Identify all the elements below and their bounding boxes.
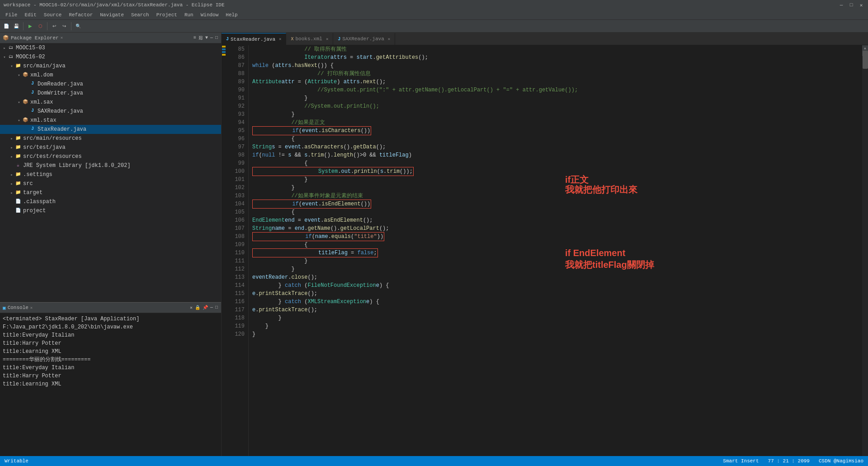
redo-button[interactable]: ↪ [60, 22, 69, 31]
menu-file[interactable]: File [2, 11, 21, 19]
panel-header-actions: ≡ ⛓ ▼ — □ [193, 35, 218, 41]
code-editor[interactable]: 8586878889909192939495969798991001011021… [222, 45, 868, 456]
status-right: Smart Insert 77 : 21 : 2099 CSDN @NagiHs… [723, 458, 863, 464]
code-line-91: } [252, 94, 862, 102]
code-area[interactable]: if正文我就把他打印出來if EndElement我就把titleFlag關閉掉… [249, 45, 862, 456]
line-number-115: 115 [229, 290, 245, 298]
console-pin-icon[interactable]: 📌 [202, 304, 208, 311]
tree-item-saxreader-java[interactable]: JSAXReader.java [0, 107, 221, 116]
code-line-120: } [252, 330, 862, 338]
tab-saxreader[interactable]: J SAXReader.java ✕ [333, 33, 395, 45]
tab-staxreader[interactable]: J StaxReader.java ✕ [222, 33, 286, 45]
search-tb-button[interactable]: 🔍 [74, 22, 83, 31]
tree-item-xml-stax[interactable]: ▾📦xml.stax [0, 116, 221, 125]
left-panel: 📦 Package Explorer ✕ ≡ ⛓ ▼ — □ ▸🗂MOOC15-… [0, 33, 222, 456]
title-bar: workspace - MOOC16-02/src/main/java/xml/… [0, 0, 868, 10]
console-line: title:Everyday Italian [3, 331, 218, 339]
scroll-up-btn[interactable]: ▲ [862, 45, 868, 51]
tree-item-src-main-resources[interactable]: ▸📁src/main/resources [0, 134, 221, 143]
view-menu-icon[interactable]: ▼ [205, 35, 208, 41]
right-scrollbar[interactable]: ▲ ▼ [862, 45, 868, 456]
console-panel: ▣ Console ✕ ✕ 🔒 📌 — □ <terminated> StaxR… [0, 302, 221, 456]
tree-item--settings[interactable]: ▸📁.settings [0, 170, 221, 179]
package-explorer-header: 📦 Package Explorer ✕ ≡ ⛓ ▼ — □ [0, 33, 221, 43]
code-line-92: //System.out.println(); [252, 102, 862, 110]
menu-window[interactable]: Window [197, 11, 222, 19]
code-line-107: String name = end.getName().getLocalPart… [252, 224, 862, 233]
menu-edit[interactable]: Edit [21, 11, 40, 19]
tab-books-xml[interactable]: X books.xml ✕ [286, 33, 333, 45]
tree-item--classpath[interactable]: 📄.classpath [0, 197, 221, 206]
line-number-86: 86 [229, 53, 245, 62]
line-number-113: 113 [229, 273, 245, 281]
tab-staxreader-close[interactable]: ✕ [279, 37, 281, 42]
minimize-button[interactable]: — [838, 2, 844, 8]
code-line-106: EndElement end = event.asEndElement(); [252, 216, 862, 224]
scroll-thumb[interactable] [863, 51, 868, 69]
line-number-109: 109 [229, 241, 245, 249]
tree-item-xml-dom[interactable]: ▾📦xml.dom [0, 71, 221, 80]
left-gutter [222, 45, 226, 456]
scroll-lock-icon[interactable]: 🔒 [194, 304, 201, 311]
tree-item-src-test-java[interactable]: ▸📁src/test/java [0, 143, 221, 152]
tree-item-src[interactable]: ▸📁src [0, 179, 221, 188]
undo-button[interactable]: ↩ [50, 22, 59, 31]
tree-item-target[interactable]: ▸📁target [0, 188, 221, 197]
console-minimize-icon[interactable]: — [210, 304, 213, 311]
tree-item-project[interactable]: 📄project [0, 206, 221, 215]
code-line-117: e.printStackTrace(); [252, 306, 862, 314]
menu-run[interactable]: Run [181, 11, 197, 19]
line-number-103: 103 [229, 192, 245, 200]
tab-saxreader-close[interactable]: ✕ [388, 37, 390, 42]
line-number-101: 101 [229, 176, 245, 184]
tab-saxreader-label: SAXReader.java [342, 36, 384, 42]
menu-navigate[interactable]: Navigate [96, 11, 127, 19]
tab-booksxml-close[interactable]: ✕ [326, 37, 328, 42]
new-button[interactable]: 📄 [2, 22, 11, 31]
collapse-all-icon[interactable]: ≡ [193, 35, 197, 41]
clear-console-icon[interactable]: ✕ [189, 304, 193, 311]
menu-refactor[interactable]: Refactor [65, 11, 96, 19]
close-button[interactable]: ✕ [858, 2, 864, 8]
line-number-107: 107 [229, 224, 245, 233]
maximize-view-icon[interactable]: □ [215, 35, 218, 41]
code-line-102: } [252, 184, 862, 192]
tree-item-xml-sax[interactable]: ▾📦xml.sax [0, 98, 221, 107]
minimize-view-icon[interactable]: — [210, 35, 213, 41]
tree-item-mooc16-02[interactable]: ▾🗂MOOC16-02 [0, 52, 221, 62]
debug-button[interactable]: ⬡ [36, 22, 45, 31]
line-number-88: 88 [229, 70, 245, 78]
tree-item-domwriter-java[interactable]: JDomWriter.java [0, 89, 221, 98]
tree-item-mooc15-03[interactable]: ▸🗂MOOC15-03 [0, 43, 221, 52]
tree-item-domreader-java[interactable]: JDomReader.java [0, 80, 221, 89]
menu-project[interactable]: Project [153, 11, 181, 19]
status-position: 77 : 21 : 2099 [768, 458, 810, 464]
code-line-111: } [252, 257, 862, 265]
code-line-116: } catch (XMLStreamException e) { [252, 298, 862, 306]
console-line: title:Everyday Italian [3, 364, 218, 372]
code-line-85: // 取得所有属性 [252, 45, 862, 53]
tree-item-jre-system-library--jdk1-8-0-202-[interactable]: ☕JRE System Library [jdk1.8.0_202] [0, 161, 221, 170]
package-tree[interactable]: ▸🗂MOOC15-03▾🗂MOOC16-02▾📁src/main/java▾📦x… [0, 43, 221, 302]
code-line-118: } [252, 314, 862, 322]
status-bar: Writable Smart Insert 77 : 21 : 2099 CSD… [0, 456, 868, 466]
code-line-86: Iterator attrs = start.getAttributes(); [252, 53, 862, 62]
menu-help[interactable]: Help [222, 11, 241, 19]
console-header: ▣ Console ✕ ✕ 🔒 📌 — □ [0, 302, 221, 313]
tree-item-staxreader-java[interactable]: JStaxReader.java [0, 125, 221, 134]
link-editor-icon[interactable]: ⛓ [198, 35, 203, 41]
code-line-110: titleFlag = false; [252, 249, 862, 257]
tree-item-src-main-java[interactable]: ▾📁src/main/java [0, 62, 221, 71]
menu-search[interactable]: Search [127, 11, 153, 19]
tree-item-src-test-resources[interactable]: ▸📁src/test/resources [0, 152, 221, 161]
line-number-106: 106 [229, 216, 245, 224]
maximize-button[interactable]: □ [848, 2, 854, 8]
save-button[interactable]: 💾 [12, 22, 21, 31]
line-number-91: 91 [229, 94, 245, 102]
run-button[interactable]: ▶ [26, 22, 35, 31]
menu-source[interactable]: Source [40, 11, 66, 19]
gutter-marker-2 [222, 48, 226, 50]
console-maximize-icon[interactable]: □ [215, 304, 218, 311]
console-tab-close: ✕ [30, 305, 33, 310]
line-number-110: 110 [229, 249, 245, 257]
